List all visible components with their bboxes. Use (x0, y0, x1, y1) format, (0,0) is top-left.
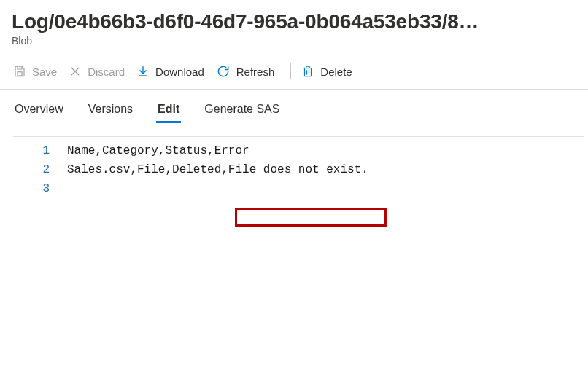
code-content[interactable]: Name,Category,Status,Error Sales.csv,Fil… (67, 141, 584, 198)
trash-icon (301, 65, 314, 78)
save-icon (13, 65, 26, 78)
discard-button[interactable]: Discard (67, 62, 132, 81)
page-subtitle: Blob (12, 35, 576, 47)
tab-edit[interactable]: Edit (156, 98, 181, 123)
tab-overview[interactable]: Overview (13, 98, 65, 123)
code-line (67, 179, 584, 198)
refresh-label: Refresh (236, 66, 275, 78)
code-editor[interactable]: 1 2 3 Name,Category,Status,Error Sales.c… (13, 136, 584, 198)
highlight-annotation (235, 208, 387, 227)
toolbar-separator (290, 63, 291, 79)
code-line: Sales.csv,File,Deleted,File does not exi… (67, 160, 584, 179)
refresh-icon (216, 64, 231, 79)
save-button[interactable]: Save (12, 62, 64, 81)
download-icon (136, 65, 150, 78)
code-line: Name,Category,Status,Error (67, 141, 584, 160)
svg-rect-0 (18, 72, 22, 76)
close-icon (69, 65, 82, 78)
page-title: Log/0e4b66b3-d6f0-46d7-965a-0b064a53eb33… (12, 10, 576, 34)
download-label: Download (155, 66, 204, 78)
line-gutter: 1 2 3 (13, 141, 67, 198)
delete-label: Delete (320, 66, 352, 78)
refresh-button[interactable]: Refresh (214, 61, 282, 82)
line-number: 2 (13, 160, 50, 179)
line-number: 1 (13, 141, 50, 160)
tab-generate-sas[interactable]: Generate SAS (203, 98, 281, 123)
delete-button[interactable]: Delete (300, 62, 359, 81)
tab-bar: Overview Versions Edit Generate SAS (0, 90, 588, 123)
tab-versions[interactable]: Versions (87, 98, 134, 123)
download-button[interactable]: Download (135, 62, 212, 81)
toolbar: Save Discard Download Refresh (0, 48, 588, 90)
discard-label: Discard (88, 66, 125, 78)
line-number: 3 (13, 179, 50, 198)
save-label: Save (32, 66, 57, 78)
